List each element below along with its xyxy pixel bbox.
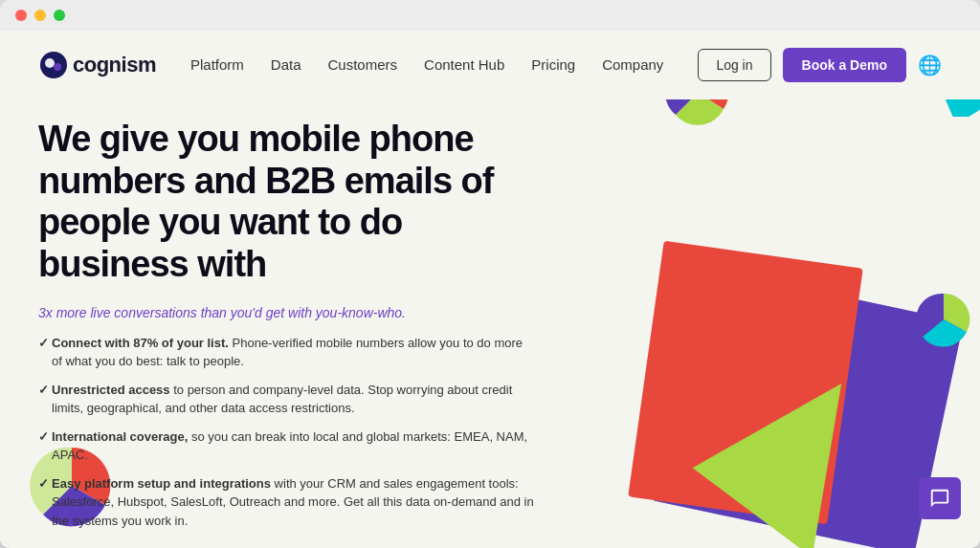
navbar: cognism Platform Data Customers Content … xyxy=(0,31,980,99)
language-icon[interactable]: 🌐 xyxy=(918,54,942,77)
shape-top-right xyxy=(856,99,980,117)
svg-marker-7 xyxy=(688,384,850,548)
logo-text: cognism xyxy=(73,53,156,77)
hero-section: We give you mobile phone numbers and B2B… xyxy=(0,99,980,548)
chat-widget-button[interactable] xyxy=(919,477,961,519)
nav-content-hub[interactable]: Content Hub xyxy=(424,56,504,73)
svg-marker-3 xyxy=(908,99,980,117)
bullet-4: Easy platform setup and integrations wit… xyxy=(38,474,536,531)
page-content: cognism Platform Data Customers Content … xyxy=(0,31,980,548)
hero-title: We give you mobile phone numbers and B2B… xyxy=(38,119,536,286)
svg-rect-5 xyxy=(652,267,964,548)
navbar-right: Log in Book a Demo 🌐 xyxy=(698,48,942,82)
traffic-light-yellow[interactable] xyxy=(34,10,46,21)
mini-pie-chart-right xyxy=(913,289,975,351)
svg-rect-6 xyxy=(628,241,863,525)
svg-point-2 xyxy=(54,63,61,71)
svg-point-1 xyxy=(45,58,55,68)
nav-data[interactable]: Data xyxy=(271,56,301,73)
nav-pricing[interactable]: Pricing xyxy=(531,56,575,73)
decorative-shapes xyxy=(521,99,980,548)
traffic-light-green[interactable] xyxy=(54,10,65,21)
hero-subtitle: 3x more live conversations than you'd ge… xyxy=(38,305,536,320)
bullet-2: Unrestricted access to person and compan… xyxy=(38,381,536,418)
book-demo-nav-button[interactable]: Book a Demo xyxy=(783,48,906,82)
chat-icon xyxy=(929,488,950,509)
hero-content: We give you mobile phone numbers and B2B… xyxy=(38,119,536,548)
traffic-light-red[interactable] xyxy=(15,10,27,21)
login-button[interactable]: Log in xyxy=(698,49,770,81)
nav-menu: Platform Data Customers Content Hub Pric… xyxy=(190,56,663,74)
nav-platform[interactable]: Platform xyxy=(190,56,244,73)
browser-window: cognism Platform Data Customers Content … xyxy=(0,0,980,548)
nav-customers[interactable]: Customers xyxy=(328,56,398,73)
mini-pie-chart-top xyxy=(664,99,731,126)
hero-bullets: Connect with 87% of your list. Phone-ver… xyxy=(38,334,536,531)
cognism-logo-icon xyxy=(38,50,69,80)
bullet-3: International coverage, so you can break… xyxy=(38,427,536,465)
logo[interactable]: cognism xyxy=(38,50,156,80)
bullet-1: Connect with 87% of your list. Phone-ver… xyxy=(38,334,536,371)
nav-company[interactable]: Company xyxy=(602,56,663,73)
browser-chrome xyxy=(0,0,980,31)
